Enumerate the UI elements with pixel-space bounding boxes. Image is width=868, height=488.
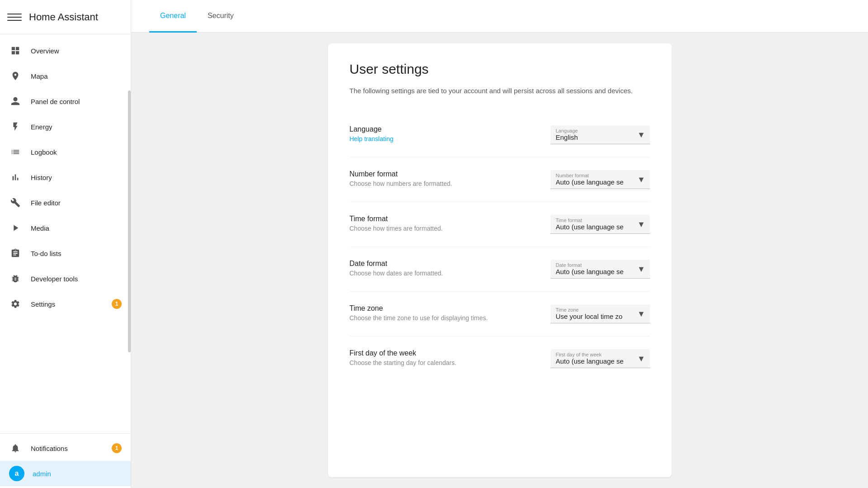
sidebar-scrollbar	[128, 90, 131, 352]
language-select[interactable]: English	[550, 125, 650, 144]
time-zone-select[interactable]: Use your local time zo	[550, 304, 650, 323]
time-format-select[interactable]: Auto (use language se	[550, 215, 650, 234]
sidebar-user-item[interactable]: a admin	[0, 461, 131, 486]
sidebar-item-energy[interactable]: Energy	[0, 114, 131, 139]
language-select-wrapper: Language English ▼	[550, 125, 650, 144]
settings-card: User settings The following settings are…	[328, 43, 672, 477]
sidebar-item-label: File editor	[31, 199, 61, 207]
sidebar-item-media[interactable]: Media	[0, 215, 131, 241]
number-format-select[interactable]: Auto (use language se	[550, 170, 650, 189]
app-title: Home Assistant	[29, 11, 98, 23]
sidebar-header: Home Assistant	[0, 0, 131, 34]
settings-row-label: Date format Choose how dates are formatt…	[350, 260, 540, 277]
date-format-subtitle: Choose how dates are formatted.	[350, 270, 540, 277]
first-day-of-week-title: First day of the week	[350, 349, 540, 357]
menu-icon[interactable]	[7, 10, 22, 24]
first-day-of-week-select[interactable]: Auto (use language se	[550, 349, 650, 368]
sidebar-item-label: History	[31, 174, 52, 181]
settings-row-label: Number format Choose how numbers are for…	[350, 170, 540, 187]
settings-row-label: Language Help translating	[350, 125, 540, 142]
date-format-title: Date format	[350, 260, 540, 268]
settings-row-time-format: Time format Choose how times are formatt…	[350, 202, 650, 247]
number-format-select-wrapper: Number format Auto (use language se ▼	[550, 170, 650, 189]
time-format-title: Time format	[350, 215, 540, 223]
language-title: Language	[350, 125, 540, 133]
sidebar-item-label: Logbook	[31, 148, 57, 156]
clipboard-icon	[9, 247, 22, 260]
time-format-subtitle: Choose how times are formatted.	[350, 225, 540, 232]
tab-general-label: General	[160, 12, 186, 20]
time-zone-title: Time zone	[350, 304, 540, 313]
content-area: User settings The following settings are…	[131, 33, 868, 488]
sidebar-item-label: Developer tools	[31, 275, 78, 283]
time-zone-select-wrapper: Time zone Use your local time zo ▼	[550, 304, 650, 323]
bolt-icon	[9, 120, 22, 133]
settings-description: The following settings are tied to your …	[350, 86, 650, 96]
sidebar-footer: Notifications 1 a admin	[0, 433, 131, 488]
sidebar-item-label: Energy	[31, 123, 52, 131]
sidebar-item-file-editor[interactable]: File editor	[0, 190, 131, 215]
sidebar-item-settings[interactable]: Settings 1	[0, 291, 131, 317]
build-icon	[9, 272, 22, 285]
time-zone-subtitle: Choose the time zone to use for displayi…	[350, 314, 540, 322]
user-name: admin	[33, 470, 51, 478]
help-translating-link[interactable]: Help translating	[350, 135, 394, 142]
sidebar-item-mapa[interactable]: Mapa	[0, 63, 131, 89]
sidebar-item-label: Mapa	[31, 72, 48, 80]
settings-badge: 1	[112, 299, 122, 309]
sidebar-item-label: Overview	[31, 47, 59, 55]
sidebar-item-overview[interactable]: Overview	[0, 38, 131, 63]
settings-row-number-format: Number format Choose how numbers are for…	[350, 157, 650, 202]
first-day-of-week-select-wrapper: First day of the week Auto (use language…	[550, 349, 650, 368]
sidebar-item-notifications[interactable]: Notifications 1	[0, 436, 131, 461]
gear-icon	[9, 298, 22, 310]
sidebar-item-developer-tools[interactable]: Developer tools	[0, 266, 131, 291]
settings-row-date-format: Date format Choose how dates are formatt…	[350, 247, 650, 292]
number-format-subtitle: Choose how numbers are formatted.	[350, 180, 540, 187]
settings-row-label: Time zone Choose the time zone to use fo…	[350, 304, 540, 322]
settings-row-label: Time format Choose how times are formatt…	[350, 215, 540, 232]
settings-row-label: First day of the week Choose the startin…	[350, 349, 540, 366]
list-icon	[9, 146, 22, 158]
settings-row-first-day-of-week: First day of the week Choose the startin…	[350, 336, 650, 381]
sidebar-item-label: Settings	[31, 300, 55, 308]
grid-icon	[9, 44, 22, 57]
sidebar-item-label: Media	[31, 224, 49, 232]
sidebar-item-todo-lists[interactable]: To-do lists	[0, 241, 131, 266]
person-icon	[9, 95, 22, 108]
settings-row-language: Language Help translating Language Engli…	[350, 113, 650, 157]
tabs-bar: General Security	[131, 0, 868, 33]
tab-security-label: Security	[208, 12, 234, 20]
sidebar-item-panel-de-control[interactable]: Panel de control	[0, 89, 131, 114]
sidebar: Home Assistant Overview Mapa Panel de co…	[0, 0, 131, 488]
date-format-select-wrapper: Date format Auto (use language se ▼	[550, 260, 650, 279]
language-subtitle: Help translating	[350, 135, 540, 142]
wrench-icon	[9, 196, 22, 209]
first-day-of-week-subtitle: Choose the starting day for calendars.	[350, 359, 540, 366]
date-format-select[interactable]: Auto (use language se	[550, 260, 650, 279]
avatar: a	[9, 466, 24, 481]
sidebar-item-label: To-do lists	[31, 250, 62, 257]
sidebar-item-label: Notifications	[31, 445, 68, 452]
sidebar-item-history[interactable]: History	[0, 165, 131, 190]
time-format-select-wrapper: Time format Auto (use language se ▼	[550, 215, 650, 234]
sidebar-item-label: Panel de control	[31, 98, 80, 105]
sidebar-nav: Overview Mapa Panel de control Energy	[0, 34, 131, 433]
sidebar-item-logbook[interactable]: Logbook	[0, 139, 131, 165]
tab-security[interactable]: Security	[197, 0, 245, 33]
notifications-badge: 1	[112, 443, 122, 453]
bar-chart-icon	[9, 171, 22, 184]
settings-title: User settings	[350, 62, 650, 77]
main-content: General Security User settings The follo…	[131, 0, 868, 488]
bell-icon	[9, 442, 22, 455]
tab-general[interactable]: General	[149, 0, 197, 33]
play-icon	[9, 222, 22, 234]
person-pin-icon	[9, 70, 22, 82]
number-format-title: Number format	[350, 170, 540, 178]
settings-row-time-zone: Time zone Choose the time zone to use fo…	[350, 292, 650, 336]
